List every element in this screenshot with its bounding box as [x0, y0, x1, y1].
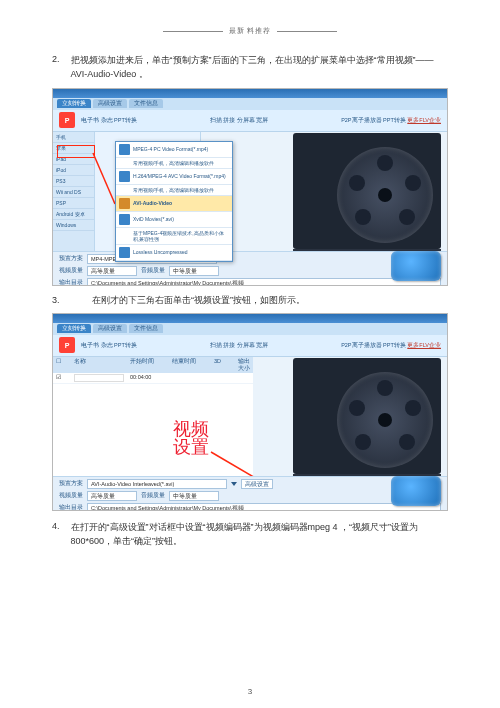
promo-icon: P	[59, 112, 75, 128]
format-dropdown[interactable]: MPEG-4 PC Video Format(*.mp4) 常用视频/手机，高清…	[115, 141, 233, 262]
format-item-desc1: 常用视频/手机，高清编辑和播放软件	[116, 158, 232, 169]
plan-field[interactable]: AVI-Audio-Video Interleaved(*.avi)	[87, 479, 227, 489]
format-icon	[119, 171, 130, 182]
format-item-mp4[interactable]: MPEG-4 PC Video Format(*.mp4)	[116, 142, 232, 158]
promo-bar: P 电子书 杂志 PPT转换 扫描 拼接 分屏幕 宽屏 P2P离子播放器 PPT…	[53, 110, 447, 132]
advanced-settings-button[interactable]: 高级设置	[241, 479, 273, 489]
tab-fileinfo[interactable]: 文件信息	[129, 324, 163, 333]
tab-advanced[interactable]: 高级设置	[93, 99, 127, 108]
tab-row: 立刻转换 高级设置 文件信息	[53, 323, 447, 335]
out-field[interactable]: C:\Documents and Settings\Administrator\…	[87, 503, 441, 511]
vq-label: 视频质量	[59, 492, 83, 499]
step-4-text: 在打开的“高级设置”对话框中设置“视频编码器”为视频编码器mpeg 4 ，“视频…	[71, 521, 447, 549]
tab-row: 立刻转换 高级设置 文件信息	[53, 98, 447, 110]
window-titlebar	[53, 89, 447, 98]
promo-link[interactable]: 更多FLV企业	[407, 117, 441, 123]
screenshot-2: 立刻转换 高级设置 文件信息 P 电子书 杂志 PPT转换 扫描 拼接 分屏幕 …	[52, 313, 448, 511]
aq-label: 音频质量	[141, 267, 165, 274]
promo-text-left: 电子书 杂志 PPT转换	[81, 342, 137, 349]
convert-button[interactable]	[391, 251, 441, 281]
file-row[interactable]: ☑ 00:04:00	[53, 373, 253, 384]
tab-advanced[interactable]: 高级设置	[93, 324, 127, 333]
device-psp[interactable]: PSP	[53, 198, 94, 209]
header-rule-left	[163, 31, 223, 32]
overlay-video-settings: 视频 设置	[173, 420, 209, 456]
step-4-number: 4.	[52, 521, 68, 531]
format-icon	[119, 214, 130, 225]
bottom-options: 预置方案 MP4-MPEG-4 Video(*.mp4) ☐使用制作 视频质量 …	[53, 251, 447, 285]
plan-label: 预置方案	[59, 255, 83, 262]
plan-dropdown-icon[interactable]	[231, 482, 237, 486]
device-windows[interactable]: Windows	[53, 220, 94, 231]
format-item-desc3: 基于MPEG-4视频压缩技术,高品质和小体积,兼容性强	[116, 228, 232, 245]
out-field[interactable]: C:\Documents and Settings\Administrator\…	[87, 278, 441, 286]
device-ps3[interactable]: PS3	[53, 176, 94, 187]
promo-text-left: 电子书 杂志 PPT转换	[81, 117, 137, 124]
promo-link[interactable]: 更多FLV企业	[407, 342, 441, 348]
page-number: 3	[0, 687, 500, 696]
header-title: 最新 料推荐	[229, 26, 272, 36]
file-list: ☐ 名称 开始时间 结束时间 3D 输出大小 ☑ 00:04:00	[53, 357, 253, 476]
step-3-number: 3.	[52, 295, 68, 305]
file-list-header: ☐ 名称 开始时间 结束时间 3D 输出大小	[53, 357, 253, 373]
step-3: 3. 在刚才的下三角右面单击“视频设置”按钮，如图所示。	[52, 294, 448, 307]
vq-label: 视频质量	[59, 267, 83, 274]
promo-text-right: P2P离子播放器 PPT转换	[341, 117, 406, 123]
promo-text-right: P2P离子播放器 PPT转换	[341, 342, 406, 348]
red-box-device	[57, 145, 95, 158]
format-item-desc2: 常用视频/手机，高清编辑和播放软件	[116, 185, 232, 196]
step-3-text: 在刚才的下三角右面单击“视频设置”按钮，如图所示。	[68, 294, 448, 307]
step-2-number: 2.	[52, 54, 68, 64]
device-wii[interactable]: Wii and DS	[53, 187, 94, 198]
vq-field[interactable]: 高等质量	[87, 266, 137, 276]
aq-label: 音频质量	[141, 492, 165, 499]
format-icon	[119, 198, 130, 209]
format-item-avi[interactable]: AVI-Audio-Video	[116, 196, 232, 212]
step-4: 4. 在打开的“高级设置”对话框中设置“视频编码器”为视频编码器mpeg 4 ，…	[52, 521, 448, 549]
film-reel-icon	[337, 372, 433, 468]
promo-icon: P	[59, 337, 75, 353]
tab-fileinfo[interactable]: 文件信息	[129, 99, 163, 108]
header-rule-right	[277, 31, 337, 32]
format-item-lossless[interactable]: Lossless Uncompressed	[116, 245, 232, 261]
tab-convert[interactable]: 立刻转换	[57, 324, 91, 333]
promo-bar: P 电子书 杂志 PPT转换 扫描 拼接 分屏幕 宽屏 P2P离子播放器 PPT…	[53, 335, 447, 357]
format-icon	[119, 144, 130, 155]
window-titlebar	[53, 314, 447, 323]
step-2: 2. 把视频添加进来后，单击“预制方案”后面的下三角，在出现的扩展菜单中选择“常…	[52, 54, 448, 82]
out-label: 输出目录	[59, 279, 83, 286]
step-2-text: 把视频添加进来后，单击“预制方案”后面的下三角，在出现的扩展菜单中选择“常用视频…	[71, 54, 447, 82]
aq-field[interactable]: 中等质量	[169, 266, 219, 276]
tab-convert[interactable]: 立刻转换	[57, 99, 91, 108]
device-phone[interactable]: 手机	[53, 132, 94, 143]
format-icon	[119, 247, 130, 258]
device-android[interactable]: Android 安卓	[53, 209, 94, 220]
device-ipod[interactable]: iPod	[53, 165, 94, 176]
aq-field[interactable]: 中等质量	[169, 491, 219, 501]
plan-label: 预置方案	[59, 480, 83, 487]
out-label: 输出目录	[59, 504, 83, 511]
convert-button[interactable]	[391, 476, 441, 506]
format-item-xvid[interactable]: XviD Movies(*.avi)	[116, 212, 232, 228]
format-item-h264[interactable]: H.264/MPEG-4 AVC Video Format(*.mp4)	[116, 169, 232, 185]
doc-header: 最新 料推荐	[52, 26, 448, 36]
film-reel-icon	[337, 147, 433, 243]
promo-text-mid: 扫描 拼接 分屏幕 宽屏	[210, 117, 269, 124]
bottom-options: 预置方案 AVI-Audio-Video Interleaved(*.avi) …	[53, 476, 447, 510]
vq-field[interactable]: 高等质量	[87, 491, 137, 501]
screenshot-1: 立刻转换 高级设置 文件信息 P 电子书 杂志 PPT转换 扫描 拼接 分屏幕 …	[52, 88, 448, 286]
promo-text-mid: 扫描 拼接 分屏幕 宽屏	[210, 342, 269, 348]
